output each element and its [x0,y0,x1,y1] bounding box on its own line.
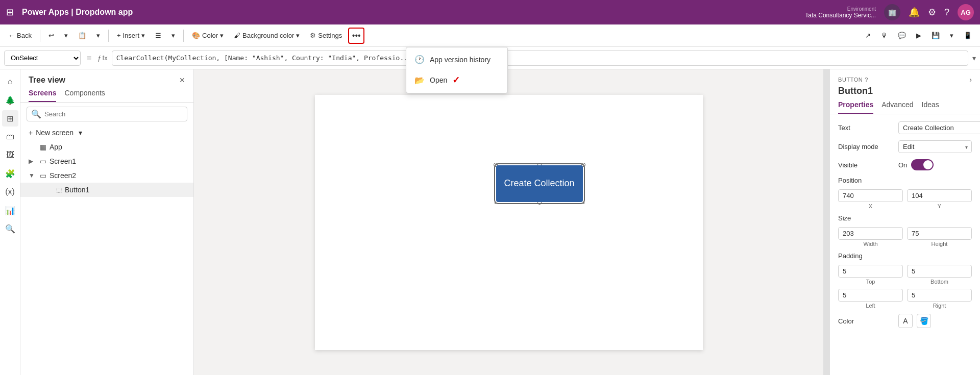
sidebar-tree-button[interactable]: 🌲 [2,92,18,108]
formula-expand-icon[interactable]: ▾ [972,54,976,62]
property-select[interactable]: OnSelect [4,51,81,66]
tab-ideas[interactable]: Ideas [922,101,939,114]
toolbar-sep-1 [40,30,40,42]
toolbar-sep-3 [183,30,184,42]
components-icon: 🧩 [5,169,15,179]
preview-button[interactable]: ▶ [912,30,925,41]
canvas-scrollbar-vertical[interactable] [823,69,829,375]
props-padding-label: Padding [838,252,894,260]
menu-dropdown[interactable]: ▾ [167,30,179,41]
clipboard-button[interactable]: 📋 [74,30,90,41]
tree-item-screen1[interactable]: ▶ ▭ Screen1 [20,154,193,168]
app-label: App [50,143,185,151]
mobile-button[interactable]: 📱 [960,30,976,41]
open-folder-icon: 📂 [414,76,425,85]
menu-down-icon: ▾ [172,32,175,39]
visible-toggle-wrap: On [898,159,934,170]
dropdown-item-open-label: Open [430,76,447,84]
tree-title: Tree view [29,76,65,85]
screen-canvas[interactable]: Create Collection [315,95,703,350]
sidebar-components-button[interactable]: 🧩 [2,165,18,182]
menu-button[interactable]: ☰ [151,30,165,41]
props-y-input[interactable] [907,189,972,202]
props-visible-label: Visible [838,161,894,169]
save-button[interactable]: 💾 [927,30,944,41]
formula-input[interactable] [112,51,968,66]
share-button[interactable]: ↗ [861,30,875,41]
sidebar-layers-button[interactable]: ⊞ [2,110,18,127]
tree-item-screen2[interactable]: ▼ ▭ Screen2 [20,168,193,183]
button-selection-container: Create Collection [496,165,583,202]
props-height-input[interactable] [907,227,972,240]
bg-color-down-icon: ▾ [296,32,300,39]
more-dots-icon: ••• [352,31,361,40]
props-pad-bottom-input[interactable] [907,265,972,278]
color-text-button[interactable]: A [898,314,913,328]
avatar[interactable]: AG [958,4,974,20]
tab-screens[interactable]: Screens [29,89,56,102]
sidebar-data-button[interactable]: 🗃 [2,129,18,145]
settings-toolbar-button[interactable]: ⚙ Settings [306,30,346,41]
insert-button[interactable]: + Insert ▾ [113,30,149,41]
screen2-label: Screen2 [50,171,185,180]
back-arrow-icon: ← [8,32,15,39]
sidebar-media-button[interactable]: 🖼 [2,147,18,163]
props-expand-icon[interactable]: › [969,76,972,84]
settings-gear-icon: ⚙ [310,32,316,39]
analytics-icon: 📊 [5,206,15,215]
tree-item-app[interactable]: ▦ App [20,140,193,154]
grid-icon[interactable]: ⊞ [6,7,14,18]
color-button[interactable]: 🎨 Color ▾ [188,30,228,41]
settings-button[interactable]: ⚙ [928,7,936,18]
data-icon: 🗃 [6,132,14,141]
sidebar-search-button[interactable]: 🔍 [2,220,18,237]
search-input[interactable] [44,110,183,118]
tree-item-button1[interactable]: ⬚ Button1 ••• [20,183,193,197]
fx-label: fx [103,54,108,62]
props-width-input[interactable] [838,227,903,240]
button1-label: Button1 [65,186,175,194]
tab-advanced[interactable]: Advanced [881,101,913,114]
toggle-knob [923,160,933,169]
dropdown-item-open[interactable]: 📂 Open ✓ [406,69,507,91]
tree-close-button[interactable]: ✕ [179,76,185,84]
publish-dropdown[interactable]: ▾ [946,30,958,41]
formula-fx-button[interactable]: ƒ fx [97,54,107,62]
sidebar-home-button[interactable]: ⌂ [2,73,18,90]
tab-properties[interactable]: Properties [838,101,873,114]
home-icon: ⌂ [8,77,13,86]
color-fill-button[interactable]: 🪣 [917,314,931,328]
tab-components[interactable]: Components [64,89,105,102]
canvas-create-collection-button[interactable]: Create Collection [496,165,583,202]
visible-toggle[interactable] [911,159,934,170]
undo-dropdown[interactable]: ▾ [60,30,72,41]
props-x-input[interactable] [838,189,903,202]
new-screen-button[interactable]: + New screen ▾ [20,126,193,140]
sidebar-variables-button[interactable]: (x) [2,184,18,200]
voice-button[interactable]: 🎙 [877,30,892,41]
notifications-button[interactable]: 🔔 [909,7,920,18]
props-color-label: Color [838,317,894,325]
more-button[interactable]: ••• [348,28,364,44]
bg-color-button[interactable]: 🖌 Background color ▾ [230,30,304,41]
props-pad-top-item: Top [838,265,903,285]
help-button[interactable]: ? [944,7,949,18]
props-position-label: Position [838,177,894,184]
dropdown-item-app-version[interactable]: 🕐 App version history [406,49,507,69]
env-name: Tata Consultancy Servic... [805,12,876,19]
props-pad-top-input[interactable] [838,265,903,278]
clipboard-dropdown[interactable]: ▾ [92,30,104,41]
props-text-input[interactable] [898,121,980,134]
comment-button[interactable]: 💬 [894,30,910,41]
props-help-icon[interactable]: ? [865,77,868,83]
props-pad-left-input[interactable] [838,289,903,302]
sidebar-analytics-button[interactable]: 📊 [2,202,18,218]
props-width-item: Width [838,227,903,247]
new-screen-down-icon: ▾ [79,129,82,137]
props-pad-right-input[interactable] [907,289,972,302]
props-display-mode-select[interactable]: Edit [898,140,972,153]
undo-button[interactable]: ↩ [44,30,58,41]
screen1-label: Screen1 [50,157,185,165]
props-y-label: Y [907,202,972,209]
back-button[interactable]: ← Back [4,30,36,41]
